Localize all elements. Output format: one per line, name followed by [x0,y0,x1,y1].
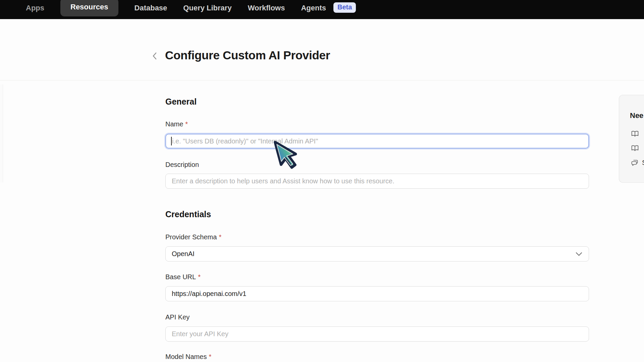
left-panel-edge [0,84,3,182]
base-url-label-text: Base URL [165,273,196,281]
chevron-down-icon [575,252,583,256]
page-title: Configure Custom AI Provider [165,49,330,62]
name-field-wrapper [165,134,589,148]
help-link-docs-1[interactable] [631,131,639,137]
required-asterisk: * [198,273,201,281]
credentials-section-heading: Credentials [165,209,211,219]
book-icon [631,145,639,152]
nav-item-query-library[interactable]: Query Library [183,3,231,13]
api-key-label: API Key [165,313,190,321]
model-names-label: Model Names* [165,353,211,361]
beta-badge: Beta [333,2,356,13]
base-url-input[interactable] [165,286,589,301]
header-divider [0,80,644,80]
api-key-input[interactable] [165,326,589,342]
name-input[interactable] [165,134,589,148]
chevron-left-icon [151,51,159,61]
required-asterisk: * [209,353,211,360]
nav-item-agents[interactable]: Agents [301,3,326,13]
help-link-support[interactable]: S [631,159,644,167]
name-label-text: Name [165,120,183,128]
base-url-label: Base URL* [165,273,201,281]
provider-schema-label: Provider Schema* [165,233,221,241]
description-label: Description [165,161,199,169]
provider-schema-label-text: Provider Schema [165,233,217,241]
required-asterisk: * [219,233,221,241]
nav-item-apps[interactable]: Apps [26,3,44,13]
configure-ai-provider-page: Apps Resources Database Query Library Wo… [0,0,644,362]
required-asterisk: * [185,120,188,128]
provider-schema-value: OpenAI [172,250,195,258]
text-caret [171,137,172,145]
top-navigation: Apps Resources Database Query Library Wo… [0,0,644,19]
general-section-heading: General [165,97,197,107]
help-panel-heading: Nee [630,111,643,120]
nav-item-database[interactable]: Database [135,3,167,13]
help-link-label: S [642,159,644,167]
name-label: Name* [165,120,188,128]
help-link-docs-2[interactable] [631,145,639,152]
chat-icon [631,160,639,166]
book-icon [631,131,639,137]
model-names-label-text: Model Names [165,353,207,360]
back-button[interactable] [151,51,159,61]
help-panel: Nee S [619,95,644,183]
nav-item-resources[interactable]: Resources [60,0,118,16]
provider-schema-select[interactable]: OpenAI [165,246,589,261]
nav-item-workflows[interactable]: Workflows [248,3,285,13]
description-input[interactable] [165,174,589,189]
